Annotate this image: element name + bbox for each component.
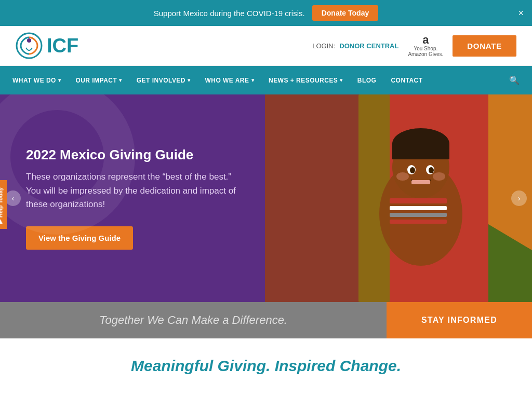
amazon-a-letter: a	[422, 34, 429, 46]
header-donate-button[interactable]: DONATE	[453, 35, 516, 57]
svg-rect-10	[390, 220, 447, 224]
hero-content: 2022 Mexico Giving Guide These organizat…	[0, 94, 265, 302]
login-label: LOGIN:	[312, 42, 335, 50]
svg-point-1	[27, 38, 31, 43]
header-right: LOGIN: DONOR CENTRAL a You Shop. Amazon …	[312, 34, 516, 57]
play-icon: ▶	[0, 220, 4, 224]
hero-title: 2022 Mexico Giving Guide	[26, 147, 239, 163]
top-banner: Support Mexico during the COVID-19 crisi…	[0, 0, 532, 26]
svg-rect-18	[411, 180, 430, 184]
chevron-down-icon: ▾	[119, 77, 122, 83]
svg-rect-9	[390, 213, 447, 217]
hero-bg-decoration	[0, 94, 135, 235]
logo-icon	[16, 32, 43, 59]
nav-item-blog[interactable]: BLOG	[350, 67, 384, 93]
nav-item-news-resources[interactable]: NEWS + RESOURCES ▾	[261, 67, 350, 93]
hero-next-button[interactable]: ›	[511, 190, 527, 206]
svg-point-19	[396, 172, 409, 181]
svg-point-17	[429, 167, 434, 173]
nav-item-contact[interactable]: CONTACT	[383, 67, 430, 93]
chevron-down-icon: ▾	[340, 77, 342, 83]
stay-informed-label: STAY INFORMED	[421, 316, 497, 325]
svg-point-20	[433, 172, 445, 181]
banner-donate-button[interactable]: Donate Today	[312, 5, 379, 21]
hero-photo	[265, 94, 532, 302]
hero-section: ‹ 2022 Mexico Giving Guide These organiz…	[0, 94, 532, 302]
nav-item-who-we-are[interactable]: WHO WE ARE ▾	[197, 67, 261, 93]
hero-prev-button[interactable]: ‹	[5, 190, 21, 206]
footer-tagline-text: Meaningful Giving. Inspired Change.	[10, 357, 522, 375]
footer-tagline-section: Meaningful Giving. Inspired Change.	[0, 338, 532, 385]
amazon-line1: You Shop.	[414, 46, 437, 51]
hero-image	[265, 94, 532, 302]
bottom-banner: Together We Can Make a Difference. STAY …	[0, 302, 532, 338]
banner-text: Support Mexico during the COVID-19 crisi…	[154, 9, 305, 18]
chevron-down-icon: ▾	[251, 77, 254, 83]
main-nav: WHAT WE DO ▾ OUR IMPACT ▾ GET INVOLVED ▾…	[0, 66, 532, 94]
amazon-line2: Amazon Gives.	[408, 51, 443, 57]
amazon-logo[interactable]: a You Shop. Amazon Gives.	[408, 34, 443, 57]
help-today-label: Help Today	[0, 187, 3, 217]
nav-item-what-we-do[interactable]: WHAT WE DO ▾	[5, 67, 68, 93]
logo[interactable]: ICF	[16, 32, 78, 59]
svg-point-16	[410, 167, 415, 173]
svg-rect-8	[390, 206, 447, 210]
banner-close-button[interactable]: ×	[518, 8, 524, 19]
bottom-banner-tagline: Together We Can Make a Difference.	[99, 313, 287, 327]
search-icon[interactable]: 🔍	[502, 66, 527, 94]
chevron-down-icon: ▾	[58, 77, 61, 83]
nav-item-our-impact[interactable]: OUR IMPACT ▾	[68, 67, 129, 93]
svg-rect-13	[392, 144, 449, 159]
chevron-down-icon: ▾	[188, 77, 190, 83]
donor-central-link[interactable]: DONOR CENTRAL	[339, 42, 398, 50]
bottom-banner-tagline-area: Together We Can Make a Difference.	[0, 302, 387, 338]
hero-description: These organizations represent the “best …	[26, 170, 239, 211]
stay-informed-button[interactable]: STAY INFORMED	[387, 302, 532, 338]
svg-rect-7	[390, 198, 447, 203]
login-area: LOGIN: DONOR CENTRAL	[312, 42, 398, 50]
logo-text: ICF	[47, 35, 78, 57]
header: ICF LOGIN: DONOR CENTRAL a You Shop. Ama…	[0, 26, 532, 66]
help-today-tab[interactable]: ▶ Help Today	[0, 180, 7, 229]
hero-photo-svg	[265, 94, 532, 302]
nav-item-get-involved[interactable]: GET INVOLVED ▾	[129, 67, 198, 93]
